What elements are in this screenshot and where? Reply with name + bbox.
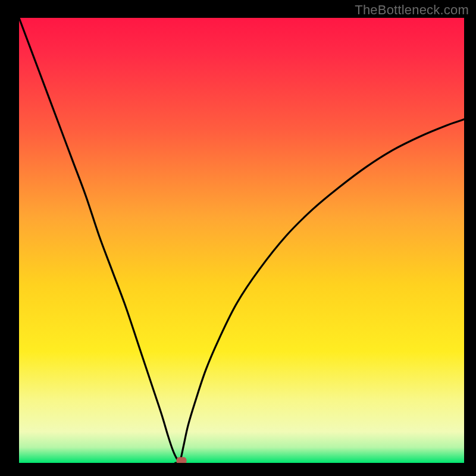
watermark-text: TheBottleneck.com: [355, 2, 469, 18]
frame-border-left: [0, 0, 19, 476]
frame-border-right: [464, 0, 476, 476]
frame-border-bottom: [0, 463, 476, 476]
bottleneck-chart: [0, 0, 476, 476]
chart-frame: TheBottleneck.com: [0, 0, 476, 476]
plot-background: [19, 18, 464, 463]
